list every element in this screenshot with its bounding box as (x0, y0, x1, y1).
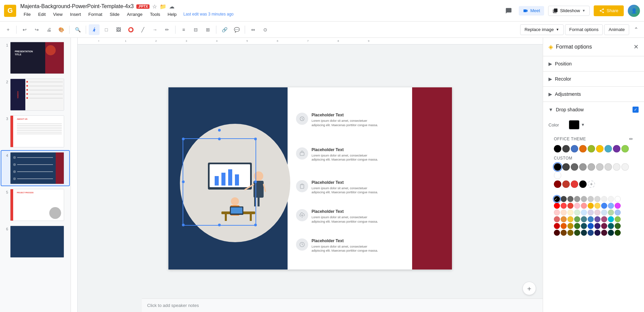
p2-c4[interactable] (574, 203, 580, 209)
slideshow-dropdown-icon[interactable]: ▼ (582, 9, 585, 12)
theme-color-purple[interactable] (613, 145, 620, 152)
custom-color-gray4[interactable] (588, 163, 595, 171)
image-tool[interactable]: 🖼 (113, 24, 124, 35)
p5-c3[interactable] (567, 223, 573, 229)
p5-c7[interactable] (594, 223, 600, 229)
p5-c9[interactable] (608, 223, 614, 229)
star-icon[interactable]: ☆ (152, 3, 157, 10)
add-button[interactable]: ＋ (3, 24, 14, 35)
p5-c1[interactable] (554, 223, 560, 229)
custom-color-light3[interactable] (621, 163, 629, 171)
theme-edit-icon[interactable]: ✏ (629, 136, 633, 142)
custom-color-white[interactable] (554, 172, 561, 179)
color-swatch-dropdown-icon[interactable]: ▼ (581, 122, 585, 127)
select-tool[interactable] (89, 24, 100, 35)
p6-c5[interactable] (581, 230, 587, 236)
p2-c2[interactable] (561, 203, 567, 209)
speaker-notes[interactable]: Click to add speaker notes (142, 299, 543, 312)
custom-color-darkred[interactable] (554, 180, 561, 188)
p4-c7[interactable] (594, 216, 600, 222)
p4-c9[interactable] (608, 216, 614, 222)
p3-c8[interactable] (601, 209, 607, 216)
menu-arrange[interactable]: Arrange (124, 10, 146, 18)
add-custom-color-button[interactable]: ＋ (588, 180, 595, 188)
menu-file[interactable]: File (20, 10, 34, 18)
p5-c10[interactable] (615, 223, 621, 229)
p2-c5[interactable] (581, 203, 587, 209)
p2-c1[interactable] (554, 203, 560, 209)
slide-thumb-3[interactable]: 3 ABOUT US (1, 114, 69, 149)
p3-c1[interactable] (554, 209, 560, 216)
custom-color-gray3[interactable] (579, 163, 587, 171)
p5-c2[interactable] (561, 223, 567, 229)
line-end-tool[interactable]: ⊞ (203, 24, 213, 35)
p4-c1[interactable] (554, 216, 560, 222)
line-tool[interactable]: ╱ (137, 24, 148, 35)
p3-c3[interactable] (567, 209, 573, 216)
folder-icon[interactable]: 📁 (160, 3, 166, 10)
p4-c5[interactable] (581, 216, 587, 222)
p5-c8[interactable] (601, 223, 607, 229)
custom-color-red2[interactable] (562, 180, 570, 188)
position-section-header[interactable]: ▶ Position (543, 56, 644, 71)
p6-c7[interactable] (594, 230, 600, 236)
adjustments-section-header[interactable]: ▶ Adjustments (543, 87, 644, 102)
shape-tool[interactable]: ⭕ (125, 24, 136, 35)
app-logo[interactable]: G (4, 5, 16, 17)
custom-color-light2[interactable] (613, 163, 620, 171)
redo-button[interactable]: ↪ (31, 24, 42, 35)
palette-gray-8[interactable] (608, 196, 614, 202)
line-style-tool[interactable]: ⊟ (190, 24, 201, 35)
theme-color-dark-gray[interactable] (562, 145, 570, 152)
pen-tool[interactable]: ✏ (162, 24, 172, 35)
custom-color-red3[interactable] (571, 180, 578, 188)
drop-shadow-header[interactable]: ▼ Drop shadow ✓ (543, 102, 644, 117)
p3-c5[interactable] (581, 209, 587, 216)
zoom-button[interactable]: 🔍 (72, 24, 83, 35)
text-box-tool[interactable]: □ (101, 24, 112, 35)
last-edit-link[interactable]: Last edit was 3 minutes ago (183, 12, 234, 17)
slide-thumb-6[interactable]: 6 (1, 224, 69, 259)
p3-c10[interactable] (615, 209, 621, 216)
theme-color-yellow[interactable] (596, 145, 603, 152)
undo-button[interactable]: ↩ (19, 24, 30, 35)
cloud-icon[interactable]: ☁ (169, 3, 175, 10)
theme-color-blue[interactable] (571, 145, 578, 152)
link-tool[interactable]: 🔗 (219, 24, 230, 35)
accessibility-tool[interactable]: ⊙ (260, 24, 271, 35)
p2-c10[interactable] (615, 203, 621, 209)
line-thickness-tool[interactable]: ≡ (178, 24, 189, 35)
comment-tool[interactable]: 💬 (231, 24, 242, 35)
paint-format-button[interactable]: 🎨 (56, 24, 66, 35)
palette-gray-6[interactable] (594, 196, 600, 202)
menu-view[interactable]: View (50, 10, 66, 18)
print-button[interactable]: 🖨 (44, 24, 54, 35)
custom-color-black[interactable] (554, 163, 561, 171)
p2-c7[interactable] (594, 203, 600, 209)
animate-button[interactable]: Animate (604, 24, 629, 35)
p4-c8[interactable] (601, 216, 607, 222)
slideshow-button[interactable]: Slideshow ▼ (548, 6, 590, 16)
theme-color-light-green[interactable] (621, 145, 629, 152)
p6-c4[interactable] (574, 230, 580, 236)
p6-c8[interactable] (601, 230, 607, 236)
p4-c2[interactable] (561, 216, 567, 222)
p6-c10[interactable] (615, 230, 621, 236)
replace-image-button[interactable]: Replace image ▼ (520, 24, 564, 35)
canvas-area[interactable]: + 1 2 3 4 5 6 7 8 9 (71, 38, 543, 312)
palette-gray-2[interactable] (567, 196, 573, 202)
collapse-toolbar-button[interactable]: ⌃ (630, 24, 641, 35)
p2-c9[interactable] (608, 203, 614, 209)
p3-c9[interactable] (608, 209, 614, 216)
p3-c6[interactable] (588, 209, 594, 216)
custom-color-gray5[interactable] (596, 163, 603, 171)
menu-edit[interactable]: Edit (35, 10, 49, 18)
p6-c1[interactable] (554, 230, 560, 236)
theme-color-orange[interactable] (579, 145, 587, 152)
p2-c6[interactable] (588, 203, 594, 209)
palette-gray-1[interactable] (561, 196, 567, 202)
p3-c4[interactable] (574, 209, 580, 216)
menu-format[interactable]: Format (85, 10, 106, 18)
color-swatch[interactable] (569, 120, 580, 130)
menu-tools[interactable]: Tools (146, 10, 163, 18)
